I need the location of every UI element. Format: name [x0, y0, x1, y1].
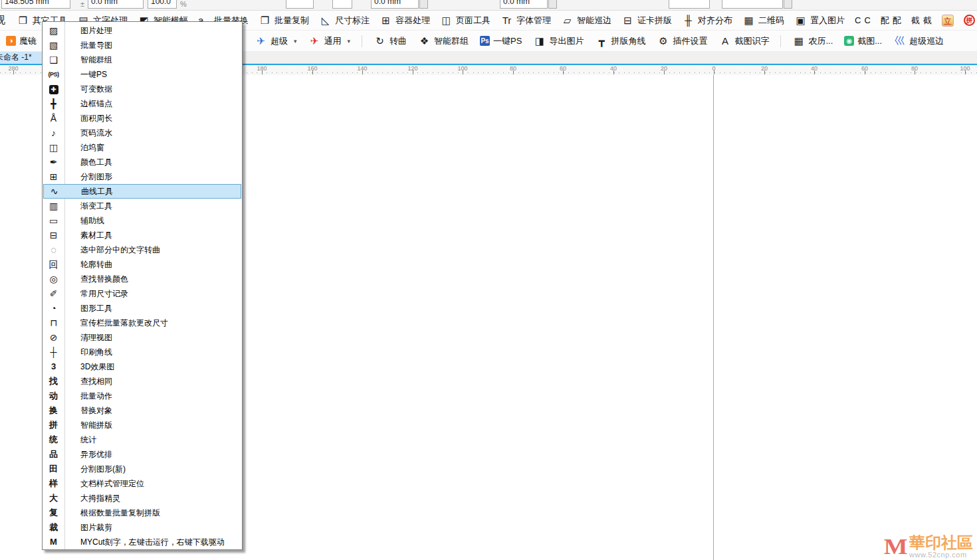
menu-item-batch-export[interactable]: ▧批量导图 — [43, 38, 242, 52]
menu-item-find-same[interactable]: 找查找相同 — [43, 374, 242, 389]
menu-item-image-process[interactable]: ▨图片处理 — [43, 23, 242, 38]
card-imposition-button[interactable]: ⊟证卡拼版 — [621, 15, 672, 27]
general-send-button[interactable]: ✈通用▾ — [308, 35, 351, 47]
spinner-buttons[interactable] — [784, 0, 792, 9]
menu-item-three-d-render[interactable]: 33D效果图 — [43, 359, 242, 374]
one-key-ps-button-label: 一键PS — [493, 35, 522, 47]
menu-item-outline-to-curve[interactable]: 回轮廓转曲 — [43, 257, 242, 272]
border-anchor-icon: ╋ — [43, 96, 64, 111]
align-distribute-button[interactable]: ╫对齐分布 — [682, 15, 732, 27]
pei-button-label: 配 — [881, 15, 889, 27]
menu-item-guides[interactable]: ▭辅助线 — [43, 213, 242, 228]
stamp-li-button[interactable]: 立 — [942, 15, 954, 27]
menu-item-curve-tools[interactable]: ∿曲线工具 — [43, 184, 241, 199]
property-field[interactable]: 100.0 — [148, 0, 177, 9]
menu-item-batch-action[interactable]: 动批量动作 — [43, 389, 242, 403]
guides-icon: ▭ — [43, 213, 64, 228]
menu-item-smart-imposition[interactable]: 拼智能拼版 — [43, 418, 242, 432]
plugin-settings-button[interactable]: ⚙插件设置 — [657, 35, 707, 47]
pei-button[interactable]: 配配 — [881, 15, 901, 27]
property-field[interactable]: 0.0 mm — [88, 0, 144, 9]
menu-item-page-number-flow[interactable]: ♪页码流水 — [43, 126, 242, 140]
menu-item-material-tools[interactable]: ⊟素材工具 — [43, 228, 242, 242]
menu-item-statistics[interactable]: 统统计 — [43, 432, 242, 447]
clipped-tool-icon[interactable]: 视 — [0, 14, 7, 27]
font-manager-button[interactable]: Tr字体管理 — [500, 15, 551, 27]
screenshot-ocr-button[interactable]: A截图识字 — [718, 35, 769, 47]
one-key-ps-icon: Ps — [480, 36, 490, 46]
menu-item-label: 统计 — [64, 434, 96, 446]
screenshot-button-label: 截图... — [857, 35, 882, 47]
outline-to-curve-icon: 回 — [43, 257, 64, 272]
c-button[interactable]: CC — [855, 15, 871, 25]
menu-item-smart-group[interactable]: ❑智能群组 — [43, 52, 242, 67]
spinner-buttons[interactable] — [419, 0, 428, 9]
menu-item-split-shape-new[interactable]: 田分割图形(新) — [43, 462, 242, 476]
jie-button[interactable]: 截截 — [911, 15, 932, 27]
property-field[interactable]: 148.505 mm — [1, 0, 70, 9]
property-field[interactable]: 0.0 mm — [371, 0, 419, 9]
docker-window-icon: ◫ — [43, 140, 64, 155]
smart-edge-button[interactable]: ▱智能巡边 — [561, 15, 611, 27]
property-field[interactable] — [286, 0, 314, 9]
container-button[interactable]: ⊞容器处理 — [380, 15, 430, 27]
spinner-buttons[interactable] — [548, 0, 557, 9]
menu-item-clean-view[interactable]: ⊘清理视图 — [43, 330, 242, 345]
property-field[interactable] — [332, 0, 352, 9]
menu-item-image-crop[interactable]: 裁图片裁剪 — [43, 520, 242, 535]
magic-mirror-button[interactable]: ◑魔镜 — [6, 35, 37, 47]
menu-item-thumb-genie[interactable]: 大大拇指精灵 — [43, 491, 242, 506]
export-image-button[interactable]: ◨导出图片 — [533, 35, 584, 47]
menu-item-common-size-record[interactable]: ✐常用尺寸记录 — [43, 286, 242, 301]
lunar-calendar-button[interactable]: ▦农历... — [792, 35, 833, 47]
to-curve-button[interactable]: ↻转曲 — [374, 35, 407, 47]
menu-item-banner-resize[interactable]: ⊓宣传栏批量落款更改尺寸 — [43, 316, 242, 330]
align-distribute-icon: ╫ — [682, 15, 695, 26]
menu-item-batch-copy-imposition[interactable]: 复根据数量批量复制拼版 — [43, 506, 242, 520]
menu-item-gradient-tools[interactable]: ▥渐变工具 — [43, 199, 242, 213]
menu-item-irregular-nesting[interactable]: 品异形优排 — [43, 447, 242, 462]
menu-item-area-perimeter[interactable]: Å面积周长 — [43, 111, 242, 126]
menu-item-variable-data[interactable]: ✚可变数据 — [43, 82, 242, 96]
menu-item-one-key-ps[interactable]: (PS)一键PS — [43, 67, 242, 82]
screenshot-ocr-button-label: 截图识字 — [734, 35, 769, 47]
menu-item-docker-window[interactable]: ◫泊坞窗 — [43, 140, 242, 155]
one-key-ps-button[interactable]: Ps一键PS — [480, 35, 522, 47]
pin-circle-button[interactable]: 拼 — [964, 15, 975, 26]
property-field[interactable] — [722, 0, 783, 9]
dimension-button[interactable]: ◺尺寸标注 — [319, 15, 370, 27]
menu-item-print-marks[interactable]: ┼印刷角线 — [43, 345, 242, 359]
ruler-major-tick — [262, 70, 263, 74]
property-field[interactable]: 0.0 mm — [500, 0, 548, 9]
menu-item-label: 页码流水 — [64, 128, 112, 139]
super-edge-button[interactable]: 巛超级巡边 — [893, 35, 944, 47]
document-tab[interactable]: 未命名 -1* — [0, 52, 46, 63]
menu-item-border-anchor[interactable]: ╋边框锚点 — [43, 96, 242, 111]
menu-item-find-replace-color[interactable]: ◎查找替换颜色 — [43, 272, 242, 286]
menu-item-doc-style-manager[interactable]: 样文档样式管理定位 — [43, 476, 242, 491]
one-key-ps-icon: (PS) — [43, 67, 64, 82]
chevron-down-icon[interactable]: ▾ — [294, 38, 297, 45]
smart-group-button[interactable]: ❖智能群组 — [418, 35, 469, 47]
menu-item-shape-tools[interactable]: ◔图形工具 — [43, 301, 242, 316]
menu-item-replace-object[interactable]: 换替换对象 — [43, 403, 242, 418]
screenshot-button[interactable]: ◉截图... — [844, 35, 882, 47]
to-curve-button-label: 转曲 — [389, 35, 407, 47]
imposition-marks-button[interactable]: ┳拼版角线 — [595, 35, 645, 47]
imposition-marks-icon: ┳ — [595, 35, 607, 47]
menu-item-label: 图片裁剪 — [64, 522, 112, 533]
magic-mirror-icon: ◑ — [6, 36, 16, 46]
menu-item-color-tools[interactable]: ✒颜色工具 — [43, 155, 242, 169]
color-tools-icon: ✒ — [43, 155, 64, 169]
page-tools-button[interactable]: ◫页面工具 — [440, 15, 490, 27]
property-field[interactable] — [669, 0, 710, 9]
super-send-button[interactable]: ✈超级▾ — [255, 35, 297, 47]
chevron-down-icon[interactable]: ▾ — [348, 38, 351, 45]
menu-item-mycut[interactable]: MMYCut刻字，左键击运行，右键下载驱动 — [43, 535, 242, 549]
batch-copy-button[interactable]: ❐批量复制 — [259, 15, 309, 27]
menu-item-selected-text-to-curve[interactable]: ◌选中部分中的文字转曲 — [43, 242, 242, 257]
menu-item-split-shape[interactable]: ⊞分割图形 — [43, 169, 242, 184]
menu-item-label: 大拇指精灵 — [64, 493, 120, 504]
qrcode-button[interactable]: ▦二维码 — [742, 15, 784, 27]
place-image-button[interactable]: ▣置入图片 — [794, 15, 845, 27]
